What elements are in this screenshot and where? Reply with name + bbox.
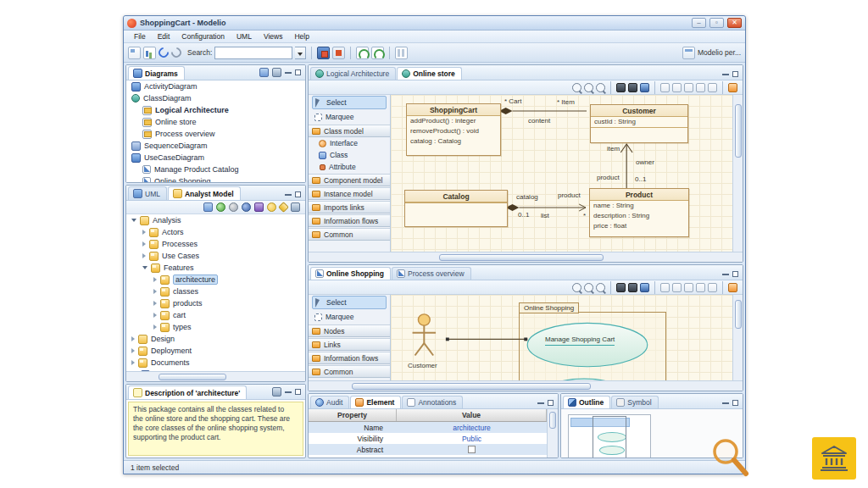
usecase-label[interactable]: Manage Shopping Cart xyxy=(545,336,615,346)
actor-label[interactable]: Customer xyxy=(408,362,437,369)
menu-uml[interactable]: UML xyxy=(231,31,257,42)
zoom-icon[interactable] xyxy=(584,83,593,92)
palette-select[interactable]: Select xyxy=(312,296,387,309)
search-dropdown-icon[interactable] xyxy=(295,47,306,59)
abstract-checkbox[interactable] xyxy=(468,446,476,453)
expand-icon[interactable] xyxy=(131,348,135,353)
tab-symbol[interactable]: Symbol xyxy=(611,396,658,408)
palette-marquee[interactable]: Marquee xyxy=(312,110,387,124)
menu-help[interactable]: Help xyxy=(289,31,314,42)
palette-group-component-model[interactable]: Component model xyxy=(309,174,390,186)
diagram-item-activitydiagram[interactable]: ActivityDiagram xyxy=(126,80,305,92)
info-icon[interactable] xyxy=(229,202,238,212)
zoom-icon[interactable] xyxy=(584,283,593,292)
display-option-icon[interactable] xyxy=(708,283,717,292)
display-option-icon[interactable] xyxy=(708,83,717,92)
description-text[interactable]: This package contains all the classes re… xyxy=(128,402,303,456)
zoom-icon[interactable] xyxy=(572,83,581,92)
edit-style-icon[interactable] xyxy=(728,83,737,92)
expand-icon[interactable] xyxy=(131,360,135,365)
maximize-panel-icon[interactable] xyxy=(295,389,301,395)
diagram-item-online-store[interactable]: Online store xyxy=(126,116,305,128)
palette-interface[interactable]: Interface xyxy=(309,137,390,149)
outline-viewport[interactable] xyxy=(593,416,626,458)
vertical-scrollbar[interactable] xyxy=(548,409,558,458)
class-diagram-canvas[interactable]: ShoppingCartaddProduct() : integerremove… xyxy=(391,95,732,252)
export-image-icon[interactable] xyxy=(628,83,637,92)
bank-badge[interactable] xyxy=(812,437,856,480)
model-item-documents[interactable]: Documents xyxy=(126,357,305,369)
display-option-icon[interactable] xyxy=(684,83,693,92)
zoom-icon[interactable] xyxy=(596,83,605,92)
menu-edit[interactable]: Edit xyxy=(153,31,175,42)
update-model-icon[interactable] xyxy=(356,47,369,59)
maximize-panel-icon[interactable] xyxy=(548,400,554,406)
audit-icon[interactable] xyxy=(332,47,345,59)
sort-icon[interactable] xyxy=(291,202,300,212)
open-model-icon[interactable] xyxy=(143,47,156,59)
export-image-icon[interactable] xyxy=(616,83,626,92)
display-option-icon[interactable] xyxy=(672,283,682,292)
model-item-products[interactable]: products xyxy=(126,297,305,309)
outline-thumbnail[interactable] xyxy=(568,414,651,458)
tab-element[interactable]: Element xyxy=(350,396,401,408)
title-bar[interactable]: ShoppingCart - Modelio – ▫ ✕ xyxy=(124,16,745,30)
validate-icon[interactable] xyxy=(640,83,649,92)
display-option-icon[interactable] xyxy=(672,83,682,92)
vertical-scrollbar[interactable] xyxy=(732,295,743,380)
model-item-architecture[interactable]: architecture xyxy=(126,274,305,286)
expand-icon[interactable] xyxy=(153,313,157,318)
class-catalog[interactable]: Catalog xyxy=(404,190,508,227)
palette-group-class-model[interactable]: Class model xyxy=(309,125,390,137)
model-item-use-cases[interactable]: Use Cases xyxy=(126,250,305,262)
layout-columns-icon[interactable] xyxy=(395,47,408,59)
property-value[interactable] xyxy=(397,444,547,455)
model-item-analysis[interactable]: Analysis xyxy=(126,214,305,226)
diagram-item-manage-product-catalog[interactable]: Manage Product Catalog xyxy=(126,164,305,175)
close-button[interactable]: ✕ xyxy=(727,18,742,28)
diagram-item-logical-architecture[interactable]: Logical Architecture xyxy=(126,104,305,116)
tab-audit[interactable]: Audit xyxy=(310,396,349,408)
redo-icon[interactable] xyxy=(170,46,184,60)
model-item-features[interactable]: Features xyxy=(126,262,305,274)
tab-annotations[interactable]: Annotations xyxy=(402,396,463,408)
undo-icon[interactable] xyxy=(157,46,171,60)
minimize-button[interactable]: – xyxy=(692,18,706,28)
column-header-value[interactable]: Value xyxy=(397,409,547,421)
editor-tab-logical-architecture[interactable]: Logical Architecture xyxy=(310,67,396,80)
model-item-actors[interactable]: Actors xyxy=(126,226,305,238)
horizontal-scrollbar[interactable] xyxy=(309,252,743,262)
maximize-panel-icon[interactable] xyxy=(732,71,738,77)
model-item-design[interactable]: Design xyxy=(126,333,305,345)
property-row-name[interactable]: Namearchitecture xyxy=(309,422,547,433)
export-image-icon[interactable] xyxy=(628,283,637,292)
expand-icon[interactable] xyxy=(153,289,157,294)
minimize-panel-icon[interactable] xyxy=(537,402,544,404)
display-option-icon[interactable] xyxy=(696,83,705,92)
minimize-panel-icon[interactable] xyxy=(722,402,729,404)
update-diagram-icon[interactable] xyxy=(371,47,384,59)
diagram-item-sequencediagram[interactable]: SequenceDiagram xyxy=(126,140,305,152)
palette-group-information-flows[interactable]: Information flows xyxy=(309,352,390,364)
maximize-panel-icon[interactable] xyxy=(295,191,301,197)
flag-icon[interactable] xyxy=(278,202,289,213)
library-icon[interactable] xyxy=(254,202,264,212)
search-input[interactable] xyxy=(214,47,292,59)
link-icon[interactable] xyxy=(242,202,251,212)
usecase-diagram-canvas[interactable]: Online Shopping xyxy=(391,295,732,380)
editor-tab-online-store[interactable]: Online store xyxy=(397,67,462,80)
palette-select[interactable]: Select xyxy=(312,96,387,109)
minimize-panel-icon[interactable] xyxy=(285,391,292,393)
tab-diagrams[interactable]: Diagrams xyxy=(128,66,185,80)
display-option-icon[interactable] xyxy=(696,283,705,292)
display-option-icon[interactable] xyxy=(660,283,670,292)
palette-group-nodes[interactable]: Nodes xyxy=(309,324,390,337)
palette-group-common[interactable]: Common xyxy=(309,365,390,378)
expand-icon[interactable] xyxy=(142,230,146,235)
model-item-processes[interactable]: Processes xyxy=(126,238,305,250)
collapse-icon[interactable] xyxy=(142,266,147,269)
diagram-item-usecasediagram[interactable]: UseCaseDiagram xyxy=(126,152,305,164)
edit-description-icon[interactable] xyxy=(272,387,281,396)
palette-group-imports-links[interactable]: Imports links xyxy=(309,201,390,214)
diagram-item-online-shopping[interactable]: Online Shopping xyxy=(126,175,305,182)
